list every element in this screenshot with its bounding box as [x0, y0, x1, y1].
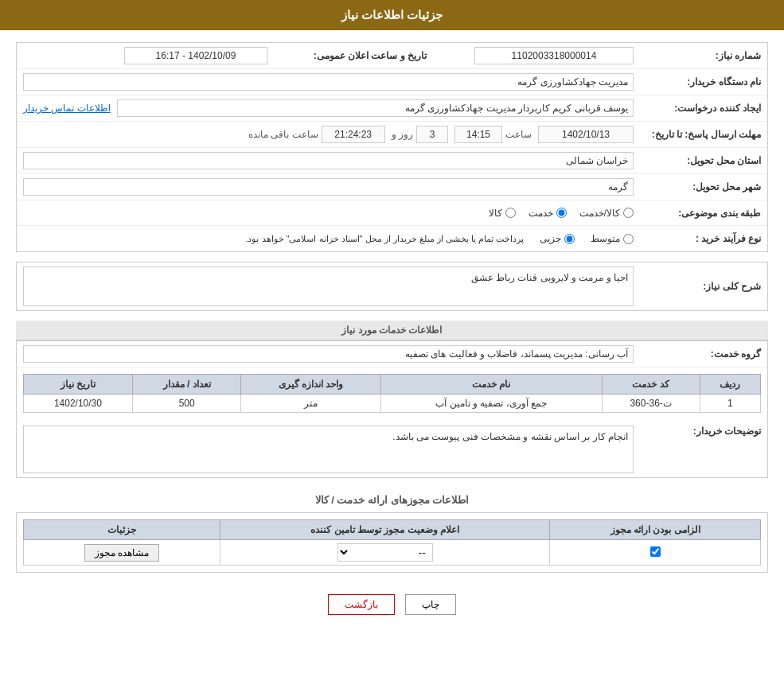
purchase-type-jozi-radio[interactable]	[564, 234, 575, 244]
licenses-table-container: الزامی بودن ارائه مجوز اعلام وضعیت مجوز …	[17, 513, 767, 572]
page-header: جزئیات اطلاعات نیاز	[0, 0, 784, 30]
licenses-section: الزامی بودن ارائه مجوز اعلام وضعیت مجوز …	[16, 512, 768, 573]
category-kala-khedmat-label: کالا/خدمت	[579, 208, 620, 219]
deadline-days-input: 3	[416, 126, 448, 143]
requester-label: ایجاد کننده درخواست:	[634, 103, 761, 114]
th-quantity: تعداد / مقدار	[132, 375, 241, 395]
buyer-notes-text: انجام کار بر اساس نقشه و مشخصات فنی پیوس…	[23, 426, 634, 473]
province-input: خراسان شمالی	[23, 152, 634, 169]
services-table-head: ردیف کد خدمت نام خدمت واحد اندازه گیری ت…	[24, 375, 761, 395]
page-title: جزئیات اطلاعات نیاز	[341, 8, 443, 21]
buyer-org-value: مدیریت جهادکشاورزی گرمه	[23, 73, 634, 91]
licenses-table-body: -- مشاهده مجوز	[24, 540, 761, 566]
content-area: شماره نیاز: 1102003318000014 تاریخ و ساع…	[0, 30, 784, 639]
buyer-notes-value: انجام کار بر اساس نقشه و مشخصات فنی پیوس…	[23, 426, 634, 473]
announce-datetime-input: 1402/10/09 - 16:17	[124, 47, 267, 64]
city-label: شهر محل تحویل:	[634, 181, 761, 192]
row-need-description: شرح کلی نیاز: احیا و مرمت و لایروبی قنات…	[17, 262, 767, 310]
service-group-label: گروه خدمت:	[634, 348, 761, 360]
purchase-type-jozi-item: جزیی	[540, 233, 575, 244]
requester-value: یوسف قربانی کریم کاربردار مدیریت جهادکشا…	[23, 99, 634, 117]
service-group-value: آب رسانی: مدیریت پسماند، فاضلاب و فعالیت…	[23, 345, 634, 363]
main-info-section: شماره نیاز: 1102003318000014 تاریخ و ساع…	[16, 42, 768, 252]
licenses-table: الزامی بودن ارائه مجوز اعلام وضعیت مجوز …	[23, 519, 761, 566]
purchase-type-note: پرداخت تمام یا بخشی از مبلغ خریدار از مح…	[245, 234, 524, 244]
province-label: استان محل تحویل:	[634, 155, 761, 166]
deadline-time-item: ساعت 14:15	[454, 126, 532, 143]
row-requester: ایجاد کننده درخواست: یوسف قربانی کریم کا…	[17, 95, 767, 122]
category-kala-label: کالا	[489, 208, 502, 219]
deadline-time-input: 14:15	[454, 126, 502, 143]
contact-info-link[interactable]: اطلاعات تماس خریدار	[23, 103, 111, 114]
td-details: مشاهده مجوز	[24, 540, 220, 566]
row-buyer-org: نام دستگاه خریدار: مدیریت جهادکشاورزی گر…	[17, 69, 767, 95]
row-need-number: شماره نیاز: 1102003318000014 تاریخ و ساع…	[17, 43, 767, 69]
category-kala-khedmat-item: کالا/خدمت	[579, 208, 634, 219]
need-description-label: شرح کلی نیاز:	[634, 281, 761, 292]
announce-datetime-label: تاریخ و ساعت اعلان عمومی:	[267, 50, 427, 61]
view-license-button[interactable]: مشاهده مجوز	[84, 544, 159, 562]
category-kala-khedmat-radio[interactable]	[623, 208, 634, 218]
purchase-type-options: متوسط جزیی پرداخت تمام یا بخشی از مبلغ خ…	[23, 233, 634, 244]
row-purchase-type: نوع فرآیند خرید : متوسط جزیی پرداخت تمام…	[17, 226, 767, 251]
category-kala-item: کالا	[489, 208, 516, 219]
need-number-label: شماره نیاز:	[634, 50, 761, 61]
deadline-time-label: ساعت	[505, 129, 532, 140]
th-required: الزامی بودن ارائه مجوز	[550, 520, 761, 540]
buttons-row: چاپ بازگشت	[16, 582, 768, 627]
th-service-code: کد خدمت	[602, 375, 700, 395]
print-button[interactable]: چاپ	[405, 594, 456, 615]
services-table-body: 1 ت-36-360 جمع آوری، تصفیه و تامین آب مت…	[24, 395, 761, 413]
supplier-status-select[interactable]: --	[337, 543, 433, 562]
td-service-name: جمع آوری، تصفیه و تامین آب	[380, 395, 602, 413]
deadline-label: مهلت ارسال پاسخ: تا تاریخ:	[634, 129, 761, 140]
category-options: کالا/خدمت خدمت کالا	[23, 208, 634, 219]
td-supplier-status: --	[220, 540, 549, 566]
buyer-notes-label: توضیحات خریدار:	[634, 426, 761, 437]
category-kala-radio[interactable]	[505, 208, 516, 218]
deadline-values: 1402/10/13 ساعت 14:15 3	[23, 126, 634, 143]
services-table-header-row: ردیف کد خدمت نام خدمت واحد اندازه گیری ت…	[24, 375, 761, 395]
td-row-num: 1	[700, 395, 760, 413]
table-row: 1 ت-36-360 جمع آوری، تصفیه و تامین آب مت…	[24, 395, 761, 413]
services-table-container: ردیف کد خدمت نام خدمت واحد اندازه گیری ت…	[17, 367, 767, 419]
th-row-num: ردیف	[700, 375, 760, 395]
category-khedmat-radio[interactable]	[556, 208, 567, 218]
back-button[interactable]: بازگشت	[328, 594, 395, 615]
deadline-days-item: 3 روز و	[392, 126, 448, 143]
requester-input: یوسف قربانی کریم کاربردار مدیریت جهادکشا…	[117, 99, 634, 117]
row-buyer-notes: توضیحات خریدار: انجام کار بر اساس نقشه و…	[17, 419, 767, 477]
row-province: استان محل تحویل: خراسان شمالی	[17, 148, 767, 174]
th-unit: واحد اندازه گیری	[241, 375, 380, 395]
need-description-section: شرح کلی نیاز: احیا و مرمت و لایروبی قنات…	[16, 262, 768, 311]
row-city: شهر محل تحویل: گرمه	[17, 174, 767, 200]
need-description-text: احیا و مرمت و لایروبی قنات رباط عشق	[23, 266, 634, 306]
service-group-input: آب رسانی: مدیریت پسماند، فاضلاب و فعالیت…	[23, 345, 634, 363]
td-need-date: 1402/10/30	[24, 395, 133, 413]
need-number-input: 1102003318000014	[474, 47, 634, 64]
td-quantity: 500	[132, 395, 241, 413]
row-service-group: گروه خدمت: آب رسانی: مدیریت پسماند، فاضل…	[17, 341, 767, 367]
deadline-date-item: 1402/10/13	[538, 126, 634, 143]
buyer-org-input: مدیریت جهادکشاورزی گرمه	[23, 73, 634, 91]
td-required	[550, 540, 761, 566]
deadline-remaining-label: ساعت باقی مانده	[248, 129, 318, 140]
row-category: طبقه بندی موضوعی: کالا/خدمت خدمت	[17, 200, 767, 226]
purchase-type-motevaset-label: متوسط	[591, 233, 620, 244]
deadline-remaining-item: 21:24:23 ساعت باقی مانده	[248, 126, 385, 143]
deadline-row: 1402/10/13 ساعت 14:15 3	[23, 126, 634, 143]
td-unit: متر	[241, 395, 380, 413]
purchase-type-motevaset-item: متوسط	[591, 233, 634, 244]
purchase-type-motevaset-radio[interactable]	[623, 234, 634, 244]
category-khedmat-label: خدمت	[529, 208, 553, 219]
announce-datetime-value: 1402/10/09 - 16:17	[23, 47, 267, 64]
required-checkbox[interactable]	[650, 546, 661, 557]
licenses-section-title: اطلاعات مجوزهای ارائه خدمت / کالا	[16, 488, 768, 512]
province-value: خراسان شمالی	[23, 152, 634, 169]
deadline-remaining-input: 21:24:23	[322, 126, 385, 143]
td-service-code: ت-36-360	[602, 395, 700, 413]
city-value: گرمه	[23, 178, 634, 196]
purchase-type-jozi-label: جزیی	[540, 233, 561, 244]
category-radio-group: کالا/خدمت خدمت کالا	[23, 208, 634, 219]
licenses-table-head: الزامی بودن ارائه مجوز اعلام وضعیت مجوز …	[24, 520, 761, 540]
